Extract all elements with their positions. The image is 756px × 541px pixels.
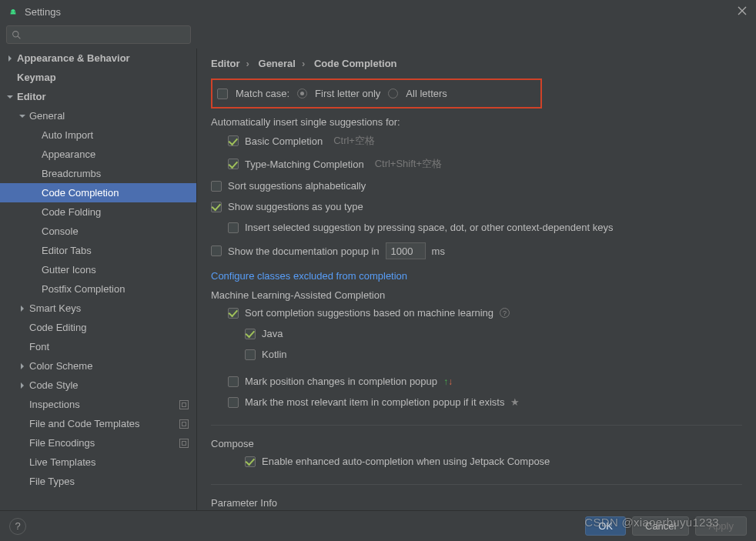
tree-item-label: Gutter Icons — [42, 264, 96, 276]
tree-item-color-scheme[interactable]: Color Scheme — [0, 356, 196, 376]
chk-type-matching[interactable] — [228, 159, 239, 169]
chevron-placeholder — [18, 324, 26, 332]
chk-ml-java[interactable] — [245, 329, 256, 339]
radio-first-letter[interactable] — [297, 88, 307, 99]
tree-item-editor-tabs[interactable]: Editor Tabs — [0, 241, 196, 260]
settings-tree[interactable]: Appearance & BehaviorKeymapEditorGeneral… — [0, 48, 197, 536]
tree-item-code-completion[interactable]: Code Completion — [0, 183, 196, 202]
tree-item-label: Font — [29, 341, 49, 352]
match-case-label: Match case: — [236, 88, 289, 99]
tree-item-breadcrumbs[interactable]: Breadcrumbs — [0, 164, 196, 183]
tree-item-code-editing[interactable]: Code Editing — [0, 318, 196, 337]
tree-item-general[interactable]: General — [0, 106, 196, 125]
tree-item-code-folding[interactable]: Code Folding — [0, 202, 196, 222]
chevron-placeholder — [31, 228, 38, 235]
tree-item-label: File Encodings — [29, 437, 95, 449]
chevron-placeholder — [31, 266, 38, 274]
tree-item-label: File Types — [29, 476, 75, 487]
tree-item-file-types[interactable]: File Types — [0, 472, 196, 491]
tree-item-smart-keys[interactable]: Smart Keys — [0, 299, 196, 318]
titlebar: Settings — [0, 0, 756, 23]
search-field[interactable] — [25, 29, 186, 40]
apply-button[interactable]: Apply — [695, 516, 747, 536]
breadcrumb: Editor› General› Code Completion — [211, 55, 742, 78]
chk-show-as-type[interactable] — [211, 202, 222, 212]
tree-item-label: Editor — [17, 91, 46, 102]
help-icon[interactable]: ? — [500, 308, 510, 318]
chk-ml-kotlin[interactable] — [245, 349, 256, 360]
configure-excluded-link[interactable]: Configure classes excluded from completi… — [211, 264, 407, 285]
tree-item-appearance-behavior[interactable]: Appearance & Behavior — [0, 48, 196, 68]
tree-item-auto-import[interactable]: Auto Import — [0, 125, 196, 145]
tree-item-label: Code Folding — [42, 206, 101, 218]
chevron-placeholder — [31, 132, 38, 139]
chk-ml-sort[interactable] — [228, 308, 239, 319]
chk-mark-relevant[interactable] — [228, 397, 239, 408]
tree-item-label: Breadcrumbs — [42, 168, 101, 179]
content-pane: Editor› General› Code Completion Match c… — [197, 48, 756, 536]
chk-compose-enable[interactable] — [245, 456, 256, 467]
tree-item-keymap[interactable]: Keymap — [0, 68, 196, 87]
close-icon[interactable] — [738, 6, 747, 18]
tree-item-label: Auto Import — [42, 129, 93, 141]
tree-item-label: File and Code Templates — [29, 418, 140, 429]
tree-item-label: Appearance — [42, 149, 95, 160]
chevron-placeholder — [31, 189, 38, 197]
chk-insert-on-space[interactable] — [228, 222, 239, 233]
tree-item-label: Code Style — [29, 379, 79, 391]
project-scope-icon — [179, 400, 189, 409]
chevron-placeholder — [31, 151, 38, 159]
ml-header: Machine Learning-Assisted Completion — [211, 285, 742, 302]
tree-item-file-and-code-templates[interactable]: File and Code Templates — [0, 414, 196, 433]
search-input[interactable] — [6, 25, 191, 44]
tree-item-editor[interactable]: Editor — [0, 87, 196, 106]
tree-item-code-style[interactable]: Code Style — [0, 376, 196, 395]
compose-header: Compose — [211, 433, 742, 451]
tree-item-label: Editor Tabs — [42, 245, 92, 256]
chevron-placeholder — [18, 478, 26, 486]
svg-point-2 — [13, 31, 18, 36]
tree-item-live-templates[interactable]: Live Templates — [0, 453, 196, 472]
svg-point-0 — [12, 12, 12, 12]
chevron-placeholder — [18, 439, 26, 447]
tree-item-file-encodings[interactable]: File Encodings — [0, 433, 196, 453]
chevron-placeholder — [18, 401, 26, 409]
up-down-arrows-icon: ↑↓ — [443, 376, 453, 387]
chk-mark-position[interactable] — [228, 376, 239, 387]
match-case-checkbox[interactable] — [217, 88, 228, 99]
tree-item-console[interactable]: Console — [0, 222, 196, 241]
tree-item-label: Code Completion — [42, 187, 119, 199]
tree-item-label: Postfix Completion — [42, 283, 125, 295]
tree-item-label: Appearance & Behavior — [17, 52, 130, 64]
chk-doc-popup[interactable] — [211, 245, 222, 256]
search-icon — [12, 30, 22, 40]
chk-sort-alpha[interactable] — [211, 181, 222, 192]
project-scope-icon — [179, 439, 189, 448]
doc-popup-ms-input[interactable] — [386, 242, 426, 259]
tree-item-label: Console — [42, 225, 79, 237]
tree-item-gutter-icons[interactable]: Gutter Icons — [0, 260, 196, 279]
chevron-right-icon — [6, 55, 14, 62]
window-title: Settings — [25, 6, 61, 18]
chevron-placeholder — [31, 209, 38, 216]
help-button[interactable]: ? — [9, 518, 26, 535]
tree-item-font[interactable]: Font — [0, 337, 196, 356]
tree-item-inspections[interactable]: Inspections — [0, 395, 196, 414]
chevron-placeholder — [18, 420, 26, 428]
chevron-right-icon — [18, 362, 26, 370]
chevron-down-icon — [18, 112, 26, 120]
tree-item-postfix-completion[interactable]: Postfix Completion — [0, 279, 196, 299]
chevron-placeholder — [31, 247, 38, 255]
tree-item-label: Live Templates — [29, 456, 95, 468]
chevron-placeholder — [31, 170, 38, 178]
tree-item-label: Smart Keys — [29, 302, 81, 314]
project-scope-icon — [179, 419, 189, 429]
chevron-right-icon — [18, 382, 26, 389]
tree-item-appearance[interactable]: Appearance — [0, 145, 196, 164]
radio-all-letters[interactable] — [388, 88, 398, 99]
ok-button[interactable]: OK — [585, 516, 626, 536]
tree-item-label: Code Editing — [29, 322, 86, 333]
cancel-button[interactable]: Cancel — [632, 516, 689, 536]
chk-basic-completion[interactable] — [228, 135, 239, 146]
auto-insert-header: Automatically insert single suggestions … — [211, 112, 742, 129]
